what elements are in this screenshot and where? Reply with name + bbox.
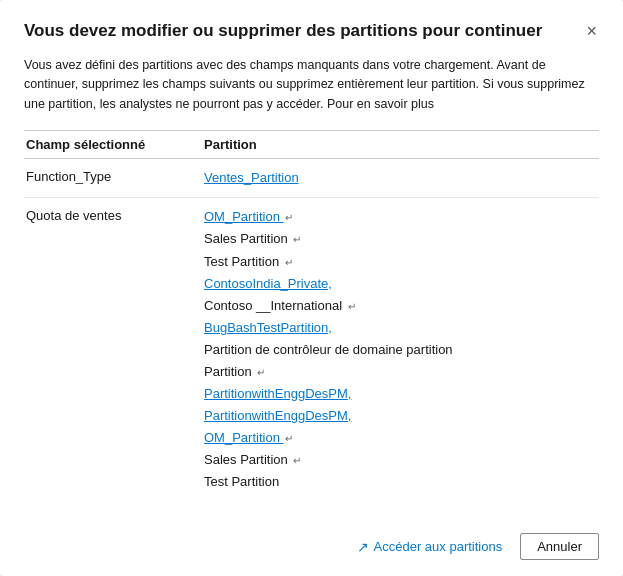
warning-text: Vous avez défini des partitions avec des… <box>24 56 599 114</box>
field-name: Quota de ventes <box>24 206 204 223</box>
partition-link[interactable]: ContosoIndia_Private, <box>204 273 599 295</box>
partition-link[interactable]: BugBashTestPartition, <box>204 317 599 339</box>
close-button[interactable]: × <box>584 22 599 40</box>
partition-link[interactable]: Ventes_Partition <box>204 167 599 189</box>
table-area: Champ sélectionné Partition Function_Typ… <box>24 130 599 519</box>
table-row: Function_Type Ventes_Partition <box>24 159 599 198</box>
partition-item: Test Partition ↵ <box>204 251 599 273</box>
partition-list: OM_Partition ↵ Sales Partition ↵ Test Pa… <box>204 206 599 493</box>
partition-link[interactable]: OM_Partition ↵ <box>204 206 599 228</box>
external-link-icon: ↗ <box>357 539 369 555</box>
dialog-title: Vous devez modifier ou supprimer des par… <box>24 20 584 42</box>
table-header: Champ sélectionné Partition <box>24 130 599 159</box>
table-row: Quota de ventes OM_Partition ↵ Sales Par… <box>24 198 599 499</box>
partition-item: Sales Partition ↵ <box>204 449 599 471</box>
partition-item: Partition ↵ <box>204 361 599 383</box>
col-header-champ: Champ sélectionné <box>24 137 204 152</box>
partition-list: Ventes_Partition <box>204 167 599 189</box>
partition-item: Sales Partition ↵ <box>204 228 599 250</box>
partition-item: Test Partition <box>204 471 599 493</box>
table-body: Function_Type Ventes_Partition Quota de … <box>24 159 599 499</box>
partition-link[interactable]: PartitionwithEnggDesPM, <box>204 383 599 405</box>
partition-link[interactable]: OM_Partition ↵ <box>204 427 599 449</box>
modal-dialog: Vous devez modifier ou supprimer des par… <box>0 0 623 576</box>
col-header-partition: Partition <box>204 137 599 152</box>
access-partitions-link[interactable]: ↗ Accéder aux partitions <box>357 539 503 555</box>
access-partitions-label: Accéder aux partitions <box>374 539 503 554</box>
partition-link[interactable]: PartitionwithEnggDesPM, <box>204 405 599 427</box>
partition-item: Contoso __International ↵ <box>204 295 599 317</box>
partition-item: Partition de contrôleur de domaine parti… <box>204 339 599 361</box>
cancel-button[interactable]: Annuler <box>520 533 599 560</box>
field-name: Function_Type <box>24 167 204 184</box>
dialog-header: Vous devez modifier ou supprimer des par… <box>24 20 599 42</box>
dialog-footer: ↗ Accéder aux partitions Annuler <box>24 519 599 560</box>
